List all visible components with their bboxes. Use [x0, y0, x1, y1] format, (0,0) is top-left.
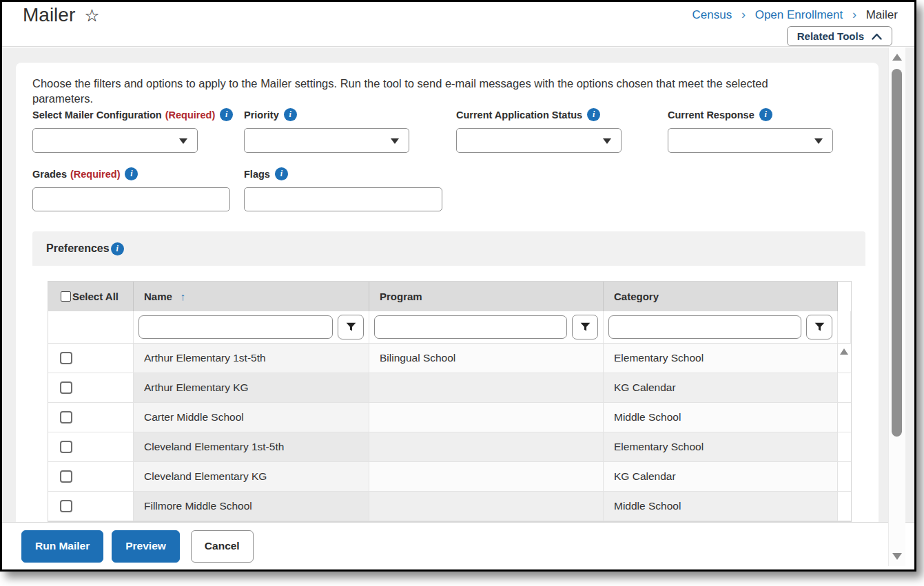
related-tools-button[interactable]: Related Tools: [787, 26, 892, 46]
scroll-up-icon[interactable]: [840, 348, 848, 355]
cancel-button[interactable]: Cancel: [191, 530, 254, 563]
row-checkbox[interactable]: [60, 500, 72, 512]
program-filter-button[interactable]: [572, 315, 598, 339]
table-scroll-gutter[interactable]: [838, 432, 851, 462]
category-filter-input[interactable]: [608, 315, 801, 339]
label-text: Current Application Status: [456, 109, 582, 121]
page-scrollbar[interactable]: [888, 48, 905, 566]
page-header: Mailer☆ Census › Open Enrollment › Maile…: [2, 2, 914, 47]
program-cell: [369, 403, 604, 432]
info-icon[interactable]: i: [111, 242, 124, 255]
field-label: Grades (Required) i: [32, 167, 230, 180]
category-cell: KG Calendar: [604, 462, 838, 492]
program-filter-input[interactable]: [374, 315, 567, 339]
program-cell: Bilingual School: [369, 344, 604, 373]
field-select-mailer-configuration: Select Mailer Configuration (Required) i: [32, 108, 198, 153]
info-icon[interactable]: i: [759, 108, 772, 121]
field-current-response: Current Response i: [668, 108, 833, 153]
current-application-status-select[interactable]: [456, 128, 622, 153]
mailer-configuration-select[interactable]: [32, 128, 198, 153]
column-label: Name: [144, 291, 172, 302]
breadcrumb-open-enrollment[interactable]: Open Enrollment: [755, 8, 843, 21]
info-icon[interactable]: i: [220, 108, 233, 121]
info-icon[interactable]: i: [587, 108, 600, 121]
preferences-table: Select All Name ↑ Program Category: [48, 281, 852, 522]
preferences-title: Preferences: [46, 242, 110, 255]
page-title-text: Mailer: [23, 4, 75, 25]
row-select-cell: [48, 462, 134, 492]
name-filter-button[interactable]: [338, 315, 364, 339]
favorite-star-icon[interactable]: ☆: [84, 6, 99, 25]
breadcrumb-census[interactable]: Census: [692, 8, 732, 21]
preferences-header: Preferences i: [32, 231, 865, 266]
category-cell: KG Calendar: [604, 373, 838, 403]
scrollbar-up-icon[interactable]: [892, 54, 902, 61]
program-cell: [369, 432, 604, 462]
dropdown-caret-icon: [391, 138, 399, 144]
field-label: Priority i: [244, 108, 409, 121]
row-select-cell: [48, 344, 134, 373]
table-scroll-gutter[interactable]: [838, 373, 851, 403]
current-response-select[interactable]: [668, 128, 833, 153]
filter-icon: [345, 322, 357, 333]
category-filter-button[interactable]: [806, 315, 832, 339]
table-row[interactable]: Cleveland Elementary KG KG Calendar: [48, 462, 851, 492]
column-header-name[interactable]: Name ↑: [134, 282, 369, 311]
label-text: Current Response: [668, 109, 754, 121]
field-label: Select Mailer Configuration (Required) i: [32, 108, 198, 121]
grades-input[interactable]: [32, 187, 230, 211]
table-row[interactable]: Carter Middle School Middle School: [48, 403, 851, 432]
row-checkbox[interactable]: [60, 470, 72, 483]
filter-cell-program: [369, 311, 604, 343]
filter-cell-name: [134, 311, 369, 343]
column-label: Category: [614, 291, 659, 302]
run-mailer-button[interactable]: Run Mailer: [21, 530, 103, 563]
preview-button[interactable]: Preview: [112, 530, 180, 563]
field-grades: Grades (Required) i: [32, 167, 230, 211]
dropdown-caret-icon: [603, 138, 611, 144]
program-cell: [369, 373, 604, 403]
row-checkbox[interactable]: [60, 411, 72, 423]
name-cell: Carter Middle School: [134, 403, 369, 432]
column-header-category[interactable]: Category: [604, 282, 838, 311]
filter-icon: [814, 322, 825, 333]
name-cell: Fillmore Middle School: [134, 492, 369, 521]
chevron-up-icon: [872, 33, 882, 40]
priority-select[interactable]: [244, 128, 409, 153]
scrollbar-down-icon[interactable]: [892, 553, 902, 560]
row-checkbox[interactable]: [60, 441, 72, 453]
header-scroll-gutter: [838, 282, 851, 311]
name-filter-input[interactable]: [138, 315, 333, 339]
field-label: Current Application Status i: [456, 108, 622, 121]
app-window: Mailer☆ Census › Open Enrollment › Maile…: [0, 0, 916, 572]
info-icon[interactable]: i: [125, 167, 138, 180]
filter-cell-empty: [48, 311, 134, 343]
preferences-panel: Preferences i Select All Name ↑ Program: [32, 231, 865, 569]
column-header-program[interactable]: Program: [369, 282, 604, 311]
name-cell: Arthur Elementary KG: [134, 373, 369, 403]
table-row[interactable]: Arthur Elementary 1st-5th Bilingual Scho…: [48, 344, 851, 373]
select-all-checkbox[interactable]: [61, 291, 71, 302]
row-select-cell: [48, 373, 134, 403]
info-icon[interactable]: i: [275, 167, 288, 180]
info-icon[interactable]: i: [284, 108, 297, 121]
flags-input[interactable]: [244, 187, 442, 211]
field-flags: Flags i: [244, 167, 442, 211]
row-checkbox[interactable]: [60, 381, 72, 394]
label-text: Flags: [244, 169, 270, 180]
required-marker: (Required): [70, 169, 121, 180]
category-cell: Elementary School: [604, 344, 838, 373]
table-scroll-gutter[interactable]: [838, 492, 851, 521]
field-label: Current Response i: [668, 108, 833, 121]
table-row[interactable]: Cleveland Elementary 1st-5th Elementary …: [48, 432, 851, 462]
table-row[interactable]: Fillmore Middle School Middle School: [48, 492, 851, 521]
filter-icon: [579, 322, 591, 333]
table-scroll-gutter[interactable]: [838, 344, 851, 373]
label-text: Priority: [244, 109, 279, 121]
select-all-label: Select All: [72, 291, 119, 302]
table-row[interactable]: Arthur Elementary KG KG Calendar: [48, 373, 851, 403]
row-checkbox[interactable]: [60, 352, 72, 364]
table-scroll-gutter[interactable]: [838, 403, 851, 432]
table-scroll-gutter[interactable]: [838, 462, 851, 492]
scrollbar-thumb[interactable]: [892, 69, 902, 437]
